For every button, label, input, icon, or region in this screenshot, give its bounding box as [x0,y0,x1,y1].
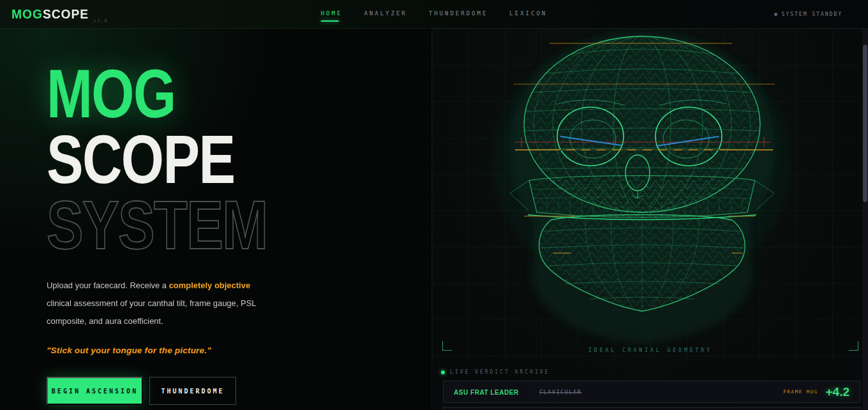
nav-item-lexicon[interactable]: LEXICON [509,6,547,22]
brand-version: v3.0 [94,18,108,24]
visualizer-caption: IDEAL CRANIAL GEOMETRY [432,348,868,353]
hero-description: Upload your facecard. Receive a complete… [47,277,272,330]
verdict-score: +4.2 [825,385,849,399]
status-text: SYSTEM STANDBY [782,11,842,17]
nav-item-analyzer[interactable]: ANALYZER [364,6,407,22]
verdict-separator: · [531,388,533,395]
archive-title: LIVE VERDICT ARCHIVE [450,369,550,375]
description-emphasis: completely objective [169,281,251,290]
verdict-archive: LIVE VERDICT ARCHIVE ASU FRAT LEADER · C… [432,362,868,410]
nav-item-home[interactable]: HOME [321,6,343,22]
scrollbar-thumb[interactable] [863,45,867,202]
verdict-row[interactable]: CHICO 2016 · GYMCEL JAW MOG +3.9 [443,407,860,410]
description-post: clinical assessment of your canthal tilt… [47,298,256,326]
status-dot-icon [774,13,777,16]
brand-logo-accent: MOG [11,6,43,22]
description-pre: Upload your facecard. Receive a [47,281,169,290]
nav-item-thunderdome[interactable]: THUNDERDOME [429,6,488,22]
top-nav: MOG SCOPE v3.0 HOME ANALYZER THUNDERDOME… [0,0,868,29]
brand-logo[interactable]: MOG SCOPE v3.0 [11,6,108,22]
cta-buttons: BEGIN ASCENSION THUNDERDOME [47,377,404,405]
visualizer-section: IDEAL CRANIAL GEOMETRY LIVE VERDICT ARCH… [431,29,868,410]
skull-wireframe [432,29,868,362]
nav-menu: HOME ANALYZER THUNDERDOME LEXICON [321,6,548,22]
brand-logo-rest: SCOPE [43,6,89,22]
verdict-name: ASU FRAT LEADER [454,388,519,396]
hero-quote: "Stick out your tongue for the picture." [47,346,404,355]
verdict-row[interactable]: ASU FRAT LEADER · CLAVICULAR FRAME MOG +… [443,381,860,403]
system-status: SYSTEM STANDBY [774,11,842,17]
thunderdome-button[interactable]: THUNDERDOME [149,377,236,405]
cranial-visualizer: IDEAL CRANIAL GEOMETRY [432,29,868,362]
begin-ascension-button[interactable]: BEGIN ASCENSION [47,377,143,405]
title-line-scope: SCOPE [47,126,333,192]
maxilla [510,176,774,220]
hero-section: MOG SCOPE SYSTEM Upload your facecard. R… [0,29,431,410]
archive-header: LIVE VERDICT ARCHIVE [441,369,868,375]
page-title: MOG SCOPE SYSTEM [47,61,404,258]
title-line-system: SYSTEM [47,192,333,258]
scrollbar-track[interactable] [862,29,868,410]
verdict-term: CLAVICULAR [539,389,581,395]
verdict-type: FRAME MOG [783,389,818,395]
title-line-mog: MOG [47,61,333,126]
live-dot-icon [441,370,445,374]
